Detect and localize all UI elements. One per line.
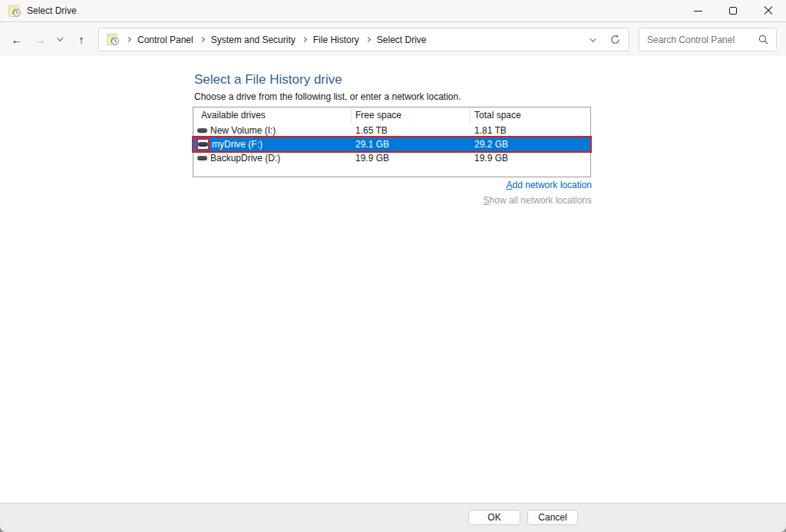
show-all-network-locations-link[interactable]: Show all network locations xyxy=(484,195,592,206)
close-icon xyxy=(764,6,773,15)
forward-button[interactable]: → xyxy=(29,28,51,50)
chevron-right-icon xyxy=(200,37,205,42)
drive-free-space: 29.1 GB xyxy=(352,137,471,151)
address-bar[interactable]: Control Panel System and Security File H… xyxy=(98,28,629,51)
breadcrumb-file-history[interactable]: File History xyxy=(313,35,359,45)
titlebar: Select Drive xyxy=(0,0,786,22)
chevron-right-icon xyxy=(302,37,307,42)
column-header-total-space[interactable]: Total space xyxy=(471,107,590,124)
drive-row-new-volume[interactable]: New Volume (I:) 1.65 TB 1.81 TB xyxy=(193,124,590,137)
chevron-right-icon xyxy=(365,37,371,42)
close-button[interactable] xyxy=(751,0,786,21)
navigation-toolbar: ← → ↑ Control Panel System and Security … xyxy=(0,23,786,55)
main-content: Select a File History drive Choose a dri… xyxy=(0,55,786,503)
search-icon[interactable] xyxy=(758,35,768,45)
window-title: Select Drive xyxy=(27,5,77,16)
recent-locations-button[interactable] xyxy=(51,28,68,50)
drive-name: myDrive (F:) xyxy=(212,137,263,151)
file-history-icon xyxy=(8,5,21,18)
search-input[interactable] xyxy=(647,28,755,51)
select-drive-window: Select Drive ← → ↑ Control Panel xyxy=(0,0,786,532)
maximize-icon xyxy=(729,7,737,15)
drive-total-space: 1.81 TB xyxy=(471,124,590,137)
drive-free-space: 19.9 GB xyxy=(352,151,471,165)
drive-name: New Volume (I:) xyxy=(210,124,276,137)
column-header-free-space[interactable]: Free space xyxy=(352,107,471,124)
breadcrumb-control-panel[interactable]: Control Panel xyxy=(137,35,193,45)
maximize-button[interactable] xyxy=(715,0,751,21)
search-box xyxy=(639,28,777,51)
back-button[interactable]: ← xyxy=(6,28,28,50)
drive-free-space: 1.65 TB xyxy=(352,124,471,137)
minimize-button[interactable] xyxy=(680,0,715,21)
page-title: Select a File History drive xyxy=(194,72,342,88)
drive-list: Available drives Free space Total space … xyxy=(193,107,591,177)
drive-row-mydrive-selected[interactable]: myDrive (F:) 29.1 GB 29.2 GB xyxy=(193,137,590,151)
refresh-icon[interactable] xyxy=(609,34,621,45)
chevron-down-icon xyxy=(57,35,63,41)
address-dropdown-chevron-icon[interactable] xyxy=(590,35,596,41)
breadcrumb-system-and-security[interactable]: System and Security xyxy=(211,35,296,45)
hard-drive-icon xyxy=(196,126,208,135)
file-history-icon xyxy=(107,33,120,46)
hard-drive-icon xyxy=(196,154,208,163)
page-subtitle: Choose a drive from the following list, … xyxy=(194,91,461,102)
dialog-footer: OK Cancel xyxy=(0,503,786,532)
drive-name: BackupDrive (D:) xyxy=(210,151,280,165)
chevron-right-icon xyxy=(126,37,131,42)
hard-drive-icon xyxy=(196,138,210,150)
breadcrumb-select-drive[interactable]: Select Drive xyxy=(377,35,427,45)
column-header-available-drives[interactable]: Available drives xyxy=(193,107,352,124)
add-network-location-link[interactable]: Add network location xyxy=(507,180,592,190)
drive-list-header: Available drives Free space Total space xyxy=(193,107,590,124)
drive-total-space: 29.2 GB xyxy=(471,137,590,151)
minimize-icon xyxy=(694,11,702,12)
drive-total-space: 19.9 GB xyxy=(471,151,590,165)
window-controls xyxy=(680,0,786,21)
drive-row-backupdrive[interactable]: BackupDrive (D:) 19.9 GB 19.9 GB xyxy=(193,151,590,165)
ok-button[interactable]: OK xyxy=(468,510,520,525)
cancel-button[interactable]: Cancel xyxy=(527,510,578,525)
up-button[interactable]: ↑ xyxy=(71,28,92,50)
